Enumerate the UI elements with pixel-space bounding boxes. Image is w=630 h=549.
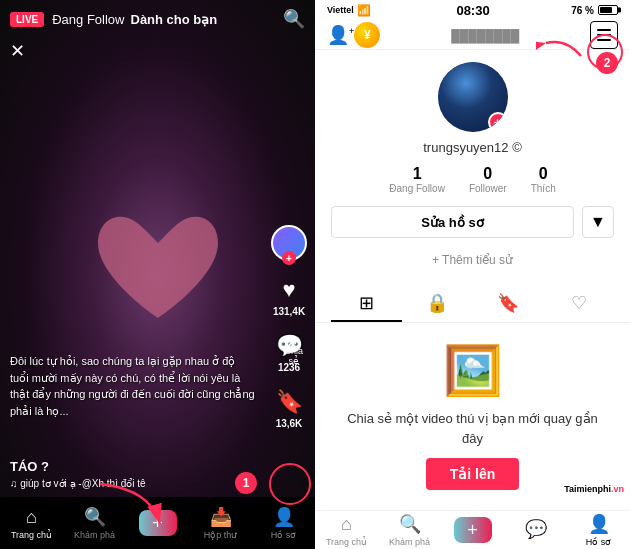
nav-profile[interactable]: 👤 Hồ sơ [252, 506, 315, 540]
follow-plus-badge[interactable]: + [282, 251, 296, 265]
following-label[interactable]: Đang Follow [52, 12, 124, 27]
rnav-messages[interactable]: 💬 [504, 518, 567, 542]
inbox-icon: 📥 [210, 506, 232, 528]
battery-percent: 76 % [571, 5, 594, 16]
dropdown-icon: ▼ [590, 213, 606, 231]
menu-line-2 [597, 34, 611, 36]
likes-label: Thích [531, 183, 556, 194]
likes-count: 131,4K [273, 306, 305, 317]
upload-button[interactable]: Tải lên [426, 458, 520, 490]
search-icon[interactable]: 🔍 [283, 8, 305, 30]
heart-icon: ♥ [282, 277, 295, 303]
tab-liked[interactable]: ♡ [543, 286, 614, 322]
videos-tab-icon: ⊞ [359, 292, 374, 314]
profile-avatar[interactable]: + [438, 62, 508, 132]
bookmark-icon: 🔖 [276, 389, 303, 415]
follower-count: 0 [483, 165, 492, 183]
rnav-explore-label: Khám phá [389, 537, 430, 547]
likes-stat[interactable]: 0 Thích [531, 165, 556, 194]
following-label: Đang Follow [389, 183, 445, 194]
heart-overlay [78, 198, 238, 338]
profile-stats: 1 Đang Follow 0 Follower 0 Thích [389, 165, 555, 194]
carrier-label: Viettel [327, 5, 354, 15]
nav-home[interactable]: ⌂ Trang chủ [0, 507, 63, 540]
bookmarks-count: 13,6K [276, 418, 303, 429]
live-badge: LIVE [10, 12, 44, 27]
follower-stat[interactable]: 0 Follower [469, 165, 507, 194]
coin-icon[interactable]: ¥ [354, 22, 380, 48]
add-bio-button[interactable]: + Thêm tiểu sử [331, 246, 614, 274]
bookmark-tab-icon: 🔖 [497, 292, 519, 314]
status-time: 08:30 [375, 3, 571, 18]
right-actions: + ♥ 131,4K 💬 1236 🔖 13,6K [271, 225, 307, 429]
tab-videos[interactable]: ⊞ [331, 286, 402, 322]
empty-image-icon: 🖼️ [443, 343, 503, 399]
rnav-profile-label: Hồ sơ [586, 537, 612, 547]
nav-home-label: Trang chủ [11, 530, 52, 540]
rnav-profile-icon: 👤 [588, 513, 610, 535]
edit-btn-row: Sửa hồ sơ ▼ [331, 206, 614, 238]
rnav-home[interactable]: ⌂ Trang chủ [315, 514, 378, 547]
caption-overlay: Đôi lúc tự hỏi, sao chúng ta lại gặp nha… [10, 353, 255, 419]
dropdown-button[interactable]: ▼ [582, 206, 614, 238]
following-count: 1 [413, 165, 422, 183]
battery-icon [598, 5, 618, 15]
menu-line-3 [597, 39, 611, 41]
watermark: Taimienphi .vn [560, 483, 628, 495]
add-user-icon[interactable]: 👤+ [327, 24, 354, 46]
bookmark-action[interactable]: 🔖 13,6K [276, 389, 303, 429]
home-icon: ⌂ [26, 507, 37, 528]
arrow-annotation-1 [90, 479, 170, 529]
rnav-explore[interactable]: 🔍 Khám phá [378, 513, 441, 547]
status-right: 76 % [571, 5, 618, 16]
profile-section: + trungsyuyen12 © 1 Đang Follow 0 Follow… [315, 50, 630, 286]
tab-saved[interactable]: 🔖 [473, 286, 544, 322]
status-bar: Viettel 📶 08:30 76 % [315, 0, 630, 21]
nav-inbox-label: Hộp thư [204, 530, 238, 540]
for-you-label[interactable]: Dành cho bạn [131, 12, 218, 27]
nav-explore-label: Khám phá [74, 530, 115, 540]
heart-tab-icon: ♡ [571, 292, 587, 314]
share-label: Chia sẻ [284, 346, 303, 366]
rnav-profile[interactable]: 👤 Hồ sơ [567, 513, 630, 547]
nav-inbox[interactable]: 📥 Hộp thư [189, 506, 252, 540]
battery-tip [618, 8, 621, 13]
rnav-messages-icon: 💬 [525, 518, 547, 540]
profile-icon: 👤 [273, 506, 295, 528]
blurred-name: ████████ [451, 29, 519, 43]
annotation-2-badge: 2 [596, 52, 618, 74]
empty-state-text: Chia sẻ một video thú vị bạn mới quay gầ… [335, 409, 610, 448]
rnav-create[interactable]: + [441, 517, 504, 543]
profile-tabs: ⊞ 🔒 🔖 ♡ [315, 286, 630, 323]
left-top-bar: LIVE Đang Follow Dành cho bạn 🔍 [0, 0, 315, 38]
edit-profile-button[interactable]: Sửa hồ sơ [331, 206, 574, 238]
rnav-home-label: Trang chủ [326, 537, 367, 547]
lock-icon: 🔒 [426, 292, 448, 314]
caption-text: Đôi lúc tự hỏi, sao chúng ta lại gặp nha… [10, 353, 255, 419]
tab-private[interactable]: 🔒 [402, 286, 473, 322]
creator-avatar[interactable]: + [271, 225, 307, 261]
left-panel: LIVE Đang Follow Dành cho bạn 🔍 ✕ + ♥ 13… [0, 0, 315, 549]
likes-count-profile: 0 [539, 165, 548, 183]
right-panel: Viettel 📶 08:30 76 % 👤+ ¥ ████████ [315, 0, 630, 549]
close-button[interactable]: ✕ [10, 40, 25, 62]
creator-username[interactable]: TÁO ? [10, 459, 49, 474]
watermark-domain: .vn [611, 484, 624, 494]
rnav-home-icon: ⌂ [341, 514, 352, 535]
following-stat[interactable]: 1 Đang Follow [389, 165, 445, 194]
follower-label: Follower [469, 183, 507, 194]
menu-button[interactable] [590, 21, 618, 49]
watermark-text: Taimienphi [564, 484, 611, 494]
arrow-annotation-2 [536, 28, 586, 58]
signal-indicator: Viettel 📶 [327, 4, 371, 17]
menu-line-1 [597, 29, 611, 31]
avatar-plus-button[interactable]: + [488, 112, 508, 132]
like-action[interactable]: ♥ 131,4K [273, 277, 305, 317]
rnav-explore-icon: 🔍 [399, 513, 421, 535]
rnav-create-button[interactable]: + [454, 517, 492, 543]
nav-profile-label: Hồ sơ [271, 530, 297, 540]
battery-fill [600, 7, 612, 13]
wifi-icon: 📶 [357, 4, 371, 17]
profile-username: trungsyuyen12 © [423, 140, 521, 155]
annotation-1-badge: 1 [235, 472, 257, 494]
